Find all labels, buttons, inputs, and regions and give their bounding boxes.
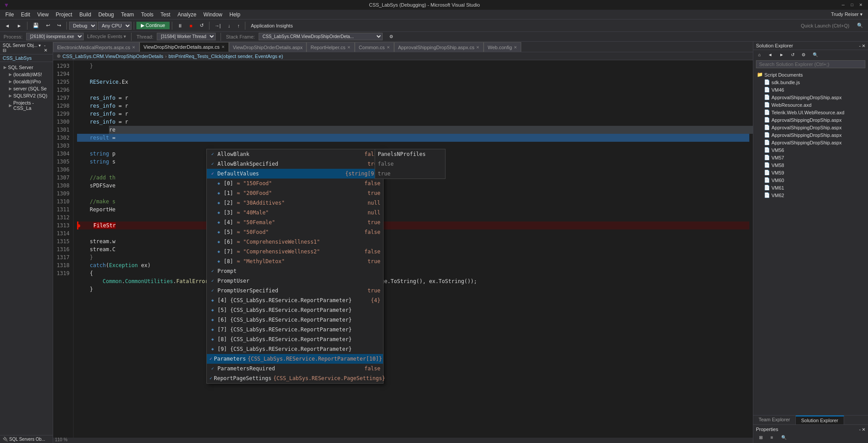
menu-analyze[interactable]: Analyze [174, 11, 200, 19]
tree-item-sql-server[interactable]: ▶ SQL Server [2, 64, 51, 71]
step-out-button[interactable]: ↑ [234, 22, 243, 30]
tab-common[interactable]: Common.cs ✕ [355, 42, 394, 52]
ac-item-0[interactable]: ◈ [0] ≈ "150Food" false [207, 179, 383, 188]
sub-item-false[interactable]: false [375, 159, 445, 169]
props-sort-button[interactable]: ⊞ [756, 434, 766, 441]
stack-dropdown[interactable]: CSS_LabSys.CRM.ViewDropShipOrderDeta... [259, 33, 383, 40]
sol-item-vm60[interactable]: 📄 VM60 [762, 176, 866, 184]
ac-item-paramsrequired[interactable]: ✓ ParametersRequired false [207, 364, 383, 373]
stack-settings-button[interactable]: ⚙ [386, 33, 396, 40]
sol-item-vm57[interactable]: 📄 VM57 [762, 154, 866, 161]
ac-item-defaultvalues[interactable]: ✓ DefaultValues {string[9]} [207, 169, 383, 179]
ac-item-param7[interactable]: ◈ [7] {CSS_LabSys.REService.ReportParame… [207, 325, 383, 334]
sub-item-true[interactable]: true [375, 169, 445, 179]
menu-debug[interactable]: Debug [95, 11, 117, 19]
sol-home-button[interactable]: ⌂ [755, 51, 764, 58]
props-search-button[interactable]: 🔍 [778, 434, 790, 441]
sol-item-approval2[interactable]: 📄 ApprovalShippingDropShip.aspx [762, 116, 866, 124]
sql-panel-controls[interactable]: - ✕ [44, 43, 50, 53]
app-insights-button[interactable]: Application Insights [248, 22, 296, 30]
ac-item-allowblank[interactable]: ✓ AllowBlank false [207, 149, 383, 159]
ac-item-6[interactable]: ◈ [6] ≈ "ComprehensiveWellness1" [207, 237, 383, 247]
ac-item-7[interactable]: ◈ [7] ≈ "ComprehensiveWellness2" false [207, 247, 383, 256]
sol-search-button[interactable]: 🔍 [810, 51, 821, 58]
stop-button[interactable]: ■ [186, 22, 196, 30]
close-button[interactable]: ✕ [857, 1, 864, 8]
sol-item-vm56[interactable]: 📄 VM56 [762, 146, 866, 154]
solution-search-input[interactable] [756, 60, 865, 68]
redo-button[interactable]: ↪ [54, 21, 64, 30]
sol-forward-button[interactable]: ► [776, 51, 787, 58]
minimize-button[interactable]: ─ [840, 1, 847, 8]
horizontal-scrollbar[interactable] [53, 438, 753, 443]
ac-item-param5[interactable]: ◈ [5] {CSS_LabSys.REService.ReportParame… [207, 305, 383, 315]
sub-popup[interactable]: PanelsNProfiles false true [375, 149, 446, 179]
ac-item-8[interactable]: ◈ [8] ≈ "MethylDetox" true [207, 256, 383, 266]
sol-item-approval3[interactable]: 📄 ApprovalShippingDropShip.aspx [762, 124, 866, 131]
ac-item-1[interactable]: ◈ [1] ≈ "200Food" true [207, 188, 383, 198]
tab-reporthelper[interactable]: ReportHelper.cs ✕ [306, 42, 355, 52]
ac-item-allowblankspecified[interactable]: ✓ AllowBlankSpecified true [207, 159, 383, 169]
sol-tab-solution-explorer[interactable]: Solution Explorer [796, 416, 844, 424]
tab-electronic-reports[interactable]: ElectronicMedicalReports.aspx.cs ✕ [53, 42, 140, 52]
ac-item-prompt[interactable]: ✓ Prompt [207, 266, 383, 276]
menu-help[interactable]: Help [226, 11, 244, 19]
sol-item-vm61[interactable]: 📄 VM61 [762, 184, 866, 191]
undo-button[interactable]: ↩ [43, 21, 53, 30]
tab-close-electronic[interactable]: ✕ [132, 45, 136, 50]
tab-close-approval[interactable]: ✕ [476, 45, 480, 50]
sol-item-script-docs[interactable]: 📁 Script Documents [755, 71, 866, 78]
maximize-button[interactable]: □ [849, 1, 856, 8]
sol-item-telerik[interactable]: 📄 Telerik.Web.UI.WebResource.axd [762, 109, 866, 116]
ac-item-promptuser[interactable]: ✓ PromptUser [207, 276, 383, 286]
sol-item-webresource[interactable]: 📄 WebResource.axd [762, 101, 866, 109]
autocomplete-popup[interactable]: ✓ AllowBlank false ✓ AllowBlankSpecified… [206, 149, 384, 384]
ac-item-3[interactable]: ◈ [3] ≈ "40Male" null [207, 208, 383, 218]
tree-item-server-sql[interactable]: ▶ server (SQL Se [7, 85, 51, 92]
menu-tools[interactable]: Tools [138, 11, 157, 19]
sol-item-approval5[interactable]: 📄 ApprovalShippingDropShip.aspx [762, 139, 866, 146]
tab-webconfig[interactable]: Web.config ✕ [484, 42, 521, 52]
tree-item-projects[interactable]: ▶ Projects - CSS_La [7, 99, 51, 112]
ac-item-5[interactable]: ◈ [5] ≈ "50Food" false [207, 227, 383, 237]
sol-item-vm59[interactable]: 📄 VM59 [762, 169, 866, 176]
save-button[interactable]: 💾 [30, 21, 42, 30]
tab-approval[interactable]: ApprovalShippingDropShip.aspx.cs ✕ [394, 42, 484, 52]
menu-window[interactable]: Window [200, 11, 226, 19]
pause-button[interactable]: ⏸ [174, 22, 186, 30]
forward-button[interactable]: ► [14, 22, 25, 30]
ac-item-2[interactable]: ◈ [2] ≈ "30Additives" null [207, 198, 383, 208]
tree-item-sqlsrv2[interactable]: ▶ SQLSRV2 (SQ) [7, 92, 51, 99]
sol-item-approval1[interactable]: 📄 ApprovalShippingDropShip.aspx [762, 93, 866, 101]
tree-item-localdb-pro[interactable]: ▶ (localdb)\Pro [7, 78, 51, 85]
tree-item-localdb-ms[interactable]: ▶ (localdb)\MS! [7, 71, 51, 78]
tab-viewdropship-cs[interactable]: ViewDropShipOrderDetails.aspx.cs ✕ [140, 42, 229, 52]
tab-viewdropship-aspx[interactable]: ViewDropShipOrderDetails.aspx [229, 42, 307, 52]
sol-item-sdk[interactable]: 📄 sdk.bundle.js [762, 78, 866, 86]
menu-build[interactable]: Build [76, 11, 95, 19]
step-into-button[interactable]: ↓ [225, 22, 233, 30]
code-editor[interactable]: 1293129412951296129712981299130013011302… [53, 60, 753, 443]
search-button[interactable]: 🔍 [854, 21, 866, 30]
sol-item-vm46[interactable]: 📄 VM46 [762, 86, 866, 93]
debug-mode-dropdown[interactable]: Debug [69, 22, 97, 30]
ac-item-pagesettings[interactable]: ✓ ReportPageSettings {CSS_LabSys.REServi… [207, 373, 383, 383]
menu-edit[interactable]: Edit [17, 11, 34, 19]
menu-view[interactable]: View [34, 11, 52, 19]
menu-test[interactable]: Test [157, 11, 174, 19]
sol-tab-team-explorer[interactable]: Team Explorer [753, 416, 796, 424]
sol-item-vm58[interactable]: 📄 VM58 [762, 161, 866, 169]
thread-dropdown[interactable]: [31584] Worker Thread [157, 33, 216, 40]
sol-item-vm62[interactable]: 📄 VM62 [762, 191, 866, 199]
continue-button[interactable]: ▶ Continue [136, 22, 170, 29]
solution-explorer-controls[interactable]: - ✕ [859, 43, 865, 48]
menu-team[interactable]: Team [117, 11, 137, 19]
sol-item-approval4[interactable]: 📄 ApprovalShippingDropShip.aspx [762, 131, 866, 139]
ac-item-param8[interactable]: ◈ [8] {CSS_LabSys.REService.ReportParame… [207, 334, 383, 344]
properties-controls[interactable]: - ✕ [859, 427, 865, 432]
ac-item-param9[interactable]: ◈ [9] {CSS_LabSys.REService.ReportParame… [207, 344, 383, 354]
sol-back-button[interactable]: ◄ [765, 51, 775, 58]
process-dropdown[interactable]: [26180] iisexpress.exe [26, 33, 84, 40]
ac-item-parameters[interactable]: ✓ Parameters {CSS_LabSys.REService.Repor… [207, 354, 383, 364]
back-button[interactable]: ◄ [2, 22, 13, 30]
